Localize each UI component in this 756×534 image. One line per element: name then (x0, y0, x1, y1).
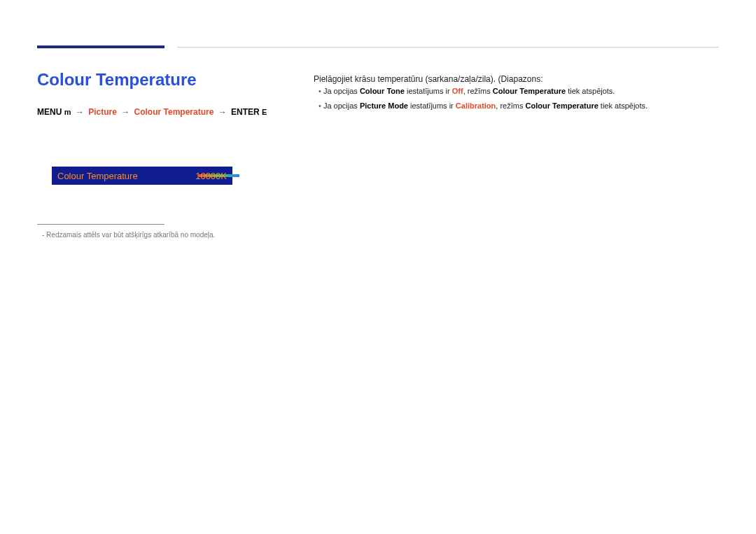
value-highlight: Calibration (456, 101, 496, 110)
keyword: Picture Mode (360, 101, 408, 110)
value-highlight: Off (452, 87, 463, 95)
slider-value: 10000K (195, 171, 227, 181)
separator-icon: → (76, 107, 84, 117)
list-item: Ja opcijas Picture Mode iestatījums ir C… (318, 99, 710, 113)
breadcrumb-step2: Colour Temperature (134, 107, 214, 117)
colour-temperature-slider[interactable]: Colour Temperature 10000K (52, 167, 232, 185)
divider (177, 47, 719, 48)
breadcrumb-menu: MENU (37, 107, 62, 117)
page-title: Colour Temperature (37, 70, 197, 90)
text-span: tiek atspējots. (566, 87, 615, 95)
footnote-divider (37, 224, 164, 225)
list-item: Ja opcijas Colour Tone iestatījums ir Of… (318, 84, 710, 99)
notes-list: Ja opcijas Colour Tone iestatījums ir Of… (318, 84, 710, 113)
separator-icon: → (218, 107, 227, 117)
keyword: Colour Temperature (525, 101, 598, 110)
accent-rule (37, 45, 164, 48)
breadcrumb-enter-icon: E (262, 108, 267, 116)
text-span: iestatījums ir (408, 101, 456, 110)
text-span: iestatījums ir (405, 87, 452, 95)
breadcrumb: MENU m → Picture → Colour Temperature → … (37, 107, 267, 117)
keyword: Colour Tone (360, 87, 405, 95)
text-span: Ja opcijas (323, 87, 360, 95)
keyword: Colour Temperature (493, 87, 566, 95)
separator-icon: → (121, 107, 130, 117)
text-span: tiek atspējots. (598, 101, 648, 110)
footnote-label: Redzamais attēls var būt atšķirīgs atkar… (46, 231, 215, 239)
breadcrumb-step1: Picture (88, 107, 117, 117)
text-span: Ja opcijas (323, 101, 360, 110)
footnote-text: - Redzamais attēls var būt atšķirīgs atk… (42, 231, 215, 239)
breadcrumb-enter: ENTER (231, 107, 260, 117)
text-span: , režīms (496, 101, 525, 110)
breadcrumb-menu-icon: m (64, 108, 71, 116)
slider-label: Colour Temperature (57, 171, 138, 181)
text-span: , režīms (463, 87, 493, 95)
